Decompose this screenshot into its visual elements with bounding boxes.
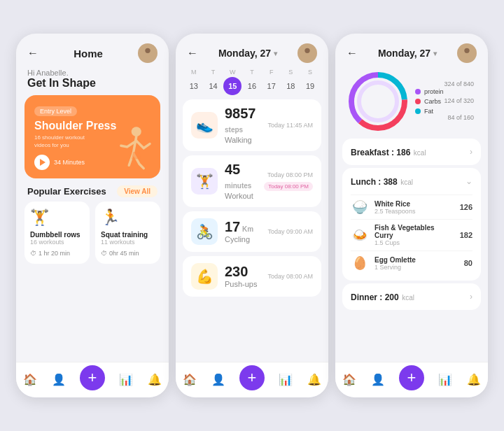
nav-stats-icon[interactable]: 📊 <box>279 373 293 386</box>
back-button[interactable]: ← <box>187 47 198 59</box>
bottom-nav: 🏠 👤 + 📊 🔔 <box>176 362 328 397</box>
ex-time-0: ⏱ 1 hr 20 min <box>30 250 70 257</box>
workout-icon: 🏋 <box>196 173 214 190</box>
nav-stats-icon[interactable]: 📊 <box>119 373 133 386</box>
nav-bell-icon[interactable]: 🔔 <box>467 373 481 386</box>
walking-name: Walking <box>225 136 260 144</box>
nav-home-icon[interactable]: 🏠 <box>23 373 37 386</box>
ex-count-0: 16 workouts <box>30 239 64 246</box>
macro-legend: protein Carbs Fat <box>415 88 444 115</box>
day-col-2[interactable]: W 15 <box>223 69 241 95</box>
curry-cal: 182 <box>460 231 472 239</box>
home-header: ← Home <box>16 34 169 66</box>
day-col-0[interactable]: M 13 <box>185 69 203 95</box>
food-item-egg: 🥚 Egg Omlette 1 Serving 80 <box>351 250 472 275</box>
banner-title: Shoulder Press <box>34 119 116 132</box>
ex-count-1: 11 workouts <box>101 239 135 246</box>
breakfast-section[interactable]: Breakfast : 186 kcal › <box>342 139 481 165</box>
walking-value: 9857 steps <box>225 106 260 134</box>
lunch-info: Lunch : 388 kcal <box>351 175 413 188</box>
activity-card-workout[interactable]: 🏋 45 minutes Workout Today 08:00 PM Toda… <box>183 155 321 207</box>
page-title: Home <box>74 48 103 59</box>
avatar[interactable] <box>457 43 477 63</box>
nav-home-icon[interactable]: 🏠 <box>183 373 197 386</box>
back-button[interactable]: ← <box>346 47 358 59</box>
day-col-3[interactable]: T 16 <box>243 69 261 95</box>
bottom-nav: 🏠 👤 + 📊 🔔 <box>335 362 488 397</box>
walking-icon-wrap: 👟 <box>191 112 218 139</box>
lunch-section[interactable]: Lunch : 388 kcal ⌄ <box>342 168 481 195</box>
day-col-1[interactable]: T 14 <box>204 69 223 95</box>
dinner-info: Dinner : 200 kcal <box>351 290 414 303</box>
avatar[interactable] <box>298 43 317 63</box>
nav-user-icon[interactable]: 👤 <box>52 373 66 386</box>
nav-add-button[interactable]: + <box>239 365 265 390</box>
legend-carbs: Carbs <box>415 98 444 105</box>
dinner-section[interactable]: Dinner : 200 kcal › <box>342 283 481 310</box>
lunch-chevron-down-icon: ⌄ <box>465 176 472 186</box>
week-calendar: M 13 T 14 W 15 T 16 F 17 S 18 S 19 <box>176 66 328 99</box>
greeting-line1: Hi Anabelle. <box>27 69 158 77</box>
breakfast-unit: kcal <box>414 149 426 157</box>
featured-banner[interactable]: Entry Level Shoulder Press 16 shoulder w… <box>24 95 160 178</box>
breakfast-title: Breakfast : 186 <box>351 148 410 157</box>
curry-qty: 1.5 Cups <box>374 239 454 246</box>
cycling-info: 17 Km Cycling <box>225 220 260 243</box>
nav-stats-icon[interactable]: 📊 <box>438 373 452 386</box>
back-button[interactable]: ← <box>27 47 38 59</box>
pushups-icon: 💪 <box>196 268 214 285</box>
lunch-items: 🍚 White Rice 2.5 Teaspoons 126 🍛 Fish & … <box>342 195 481 281</box>
workout-header: ← Monday, 27 ▾ <box>176 34 328 66</box>
bottom-nav: 🏠 👤 + 📊 🔔 <box>16 362 169 397</box>
nav-add-button[interactable]: + <box>80 365 105 390</box>
workout-time: Today 08:00 PM Today 08:00 PM <box>264 171 313 191</box>
activity-card-cycling[interactable]: 🚴 17 Km Cycling Today 09:00 AM <box>183 211 321 252</box>
nav-bell-icon[interactable]: 🔔 <box>148 373 162 386</box>
day-col-4[interactable]: F 17 <box>262 69 281 95</box>
cycling-name: Cycling <box>225 235 260 243</box>
cycling-value: 17 Km <box>225 220 260 234</box>
workout-badge: Today 08:00 PM <box>264 182 313 191</box>
activity-card-walking[interactable]: 👟 9857 steps Walking Today 11:45 AM <box>183 99 321 151</box>
macro-values: 324 of 840 124 of 320 84 of 160 <box>444 78 477 125</box>
egg-cal: 80 <box>464 259 472 267</box>
play-row: 34 Minutes <box>34 155 116 170</box>
lunch-unit: kcal <box>400 178 413 186</box>
popular-header: Popular Exercises View All <box>16 178 169 202</box>
pushups-time: Today 08:00 AM <box>267 273 313 280</box>
svg-point-7 <box>359 83 397 120</box>
fat-value: 84 of 160 <box>444 111 474 125</box>
page-title: Monday, 27 ▾ <box>218 48 277 59</box>
rice-qty: 2.5 Teaspoons <box>374 208 454 215</box>
chevron-down-icon: ▾ <box>274 50 277 57</box>
exercise-card-0[interactable]: 🏋️ Dumbbell rows 16 workouts ⏱ 1 hr 20 m… <box>24 202 90 264</box>
nav-home-icon[interactable]: 🏠 <box>342 373 356 386</box>
dinner-unit: kcal <box>402 294 414 302</box>
avatar[interactable] <box>138 43 158 63</box>
day-col-5[interactable]: S 18 <box>281 69 300 95</box>
exercise-card-1[interactable]: 🏃 Squat training 11 workouts ⏱ 0hr 45 mi… <box>95 202 160 264</box>
nav-add-button[interactable]: + <box>399 365 424 390</box>
pushups-value: 230 <box>225 264 260 278</box>
legend-protein: protein <box>415 88 444 95</box>
screen-home: ← Home Hi Anabelle. Get In Shape Entry L… <box>16 34 169 397</box>
nav-bell-icon[interactable]: 🔔 <box>307 373 321 386</box>
walking-info: 9857 steps Walking <box>225 106 260 144</box>
play-button[interactable] <box>34 155 50 170</box>
nav-user-icon[interactable]: 👤 <box>211 373 225 386</box>
greeting-line2: Get In Shape <box>27 77 158 90</box>
exercise-list: 🏋️ Dumbbell rows 16 workouts ⏱ 1 hr 20 m… <box>16 202 169 264</box>
duration: 34 Minutes <box>54 159 85 166</box>
page-title: Monday, 27 ▾ <box>378 48 437 59</box>
activity-card-pushups[interactable]: 💪 230 Push-ups Today 08:00 AM <box>183 256 321 297</box>
squat-icon: 🏃 <box>101 209 120 227</box>
nav-user-icon[interactable]: 👤 <box>371 373 385 386</box>
fat-dot <box>415 108 421 114</box>
svg-point-1 <box>132 127 141 136</box>
view-all-button[interactable]: View All <box>117 185 158 197</box>
entry-badge: Entry Level <box>34 106 77 116</box>
curry-icon: 🍛 <box>351 227 369 243</box>
svg-point-2 <box>304 48 309 53</box>
egg-qty: 1 Serving <box>374 264 458 271</box>
day-col-6[interactable]: S 19 <box>301 69 319 95</box>
